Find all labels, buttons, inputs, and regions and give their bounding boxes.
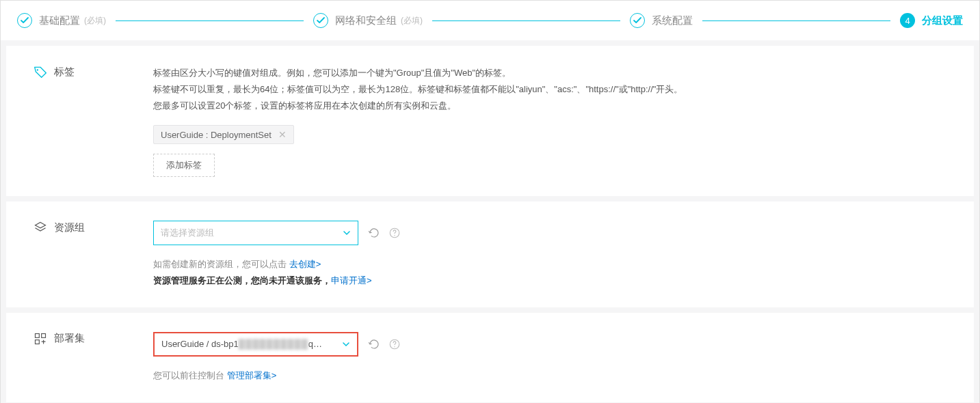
check-icon [313,13,328,28]
resource-group-hint: 如需创建新的资源组，您可以点击 去创建> 资源管理服务正在公测，您尚未开通该服务… [153,256,946,288]
step-number: 4 [905,16,910,26]
step-label: 基础配置 [39,14,80,27]
step-number-icon: 4 [900,13,915,28]
step-label: 系统配置 [652,14,693,27]
tags-content: 标签由区分大小写的键值对组成。例如，您可以添加一个键为"Group"且值为"We… [153,65,946,177]
tag-icon [34,65,47,79]
section-title: 部署集 [54,332,85,345]
deployment-set-section: 部署集 UserGuide / ds-bp1██████████q… [6,313,974,402]
svg-point-2 [394,235,395,236]
refresh-icon[interactable] [368,227,380,239]
create-resource-group-link[interactable]: 去创建> [289,259,321,269]
svg-rect-4 [42,333,46,337]
step-group-settings[interactable]: 4 分组设置 [900,13,963,28]
tags-description: 标签由区分大小写的键值对组成。例如，您可以添加一个键为"Group"且值为"We… [153,65,946,114]
section-label: 资源组 [34,221,153,234]
svg-rect-3 [36,333,40,337]
tag-chip: UserGuide : DeploymentSet ✕ [153,125,294,144]
step-connector [432,20,620,21]
page-container: 基础配置 (必填) 网络和安全组 (必填) 系统配置 4 分组设置 [0,0,980,403]
select-placeholder: 请选择资源组 [161,227,214,239]
step-label: 网络和安全组 [335,14,397,27]
deployment-icon [34,332,47,346]
check-icon [17,13,32,28]
close-icon[interactable]: ✕ [278,129,287,140]
svg-rect-5 [36,340,40,344]
step-label: 分组设置 [922,14,963,27]
chevron-down-icon [343,229,351,237]
step-system-config[interactable]: 系统配置 [630,13,693,28]
wizard-stepper: 基础配置 (必填) 网络和安全组 (必填) 系统配置 4 分组设置 [1,1,979,40]
section-label: 标签 [34,65,153,79]
step-network-security[interactable]: 网络和安全组 (必填) [313,13,423,28]
tags-section: 标签 标签由区分大小写的键值对组成。例如，您可以添加一个键为"Group"且值为… [6,46,974,196]
section-title: 资源组 [54,221,85,234]
step-sublabel: (必填) [84,15,106,27]
tag-chip-text: UserGuide : DeploymentSet [161,130,272,140]
add-tag-button[interactable]: 添加标签 [153,154,215,177]
resource-group-section: 资源组 请选择资源组 [6,202,974,307]
manage-deployment-set-link[interactable]: 管理部署集> [227,370,277,380]
resource-group-content: 请选择资源组 如需创建新的资源组，您可以点击 去创建> 资源管理服务 [153,221,946,288]
section-label: 部署集 [34,332,153,346]
svg-point-7 [394,346,395,347]
step-connector [702,20,890,21]
check-icon [630,13,645,28]
step-basic-config[interactable]: 基础配置 (必填) [17,13,106,28]
step-sublabel: (必填) [401,15,423,27]
layers-icon [34,221,47,234]
section-title: 标签 [54,66,75,79]
help-icon[interactable] [388,338,401,350]
help-icon[interactable] [388,227,401,239]
deployment-set-select[interactable]: UserGuide / ds-bp1██████████q… [153,332,358,357]
deployment-set-hint: 您可以前往控制台 管理部署集> [153,367,946,383]
apply-activation-link[interactable]: 申请开通> [331,275,372,286]
step-connector [116,20,304,21]
chevron-down-icon [342,340,350,348]
refresh-icon[interactable] [368,338,380,350]
svg-point-0 [37,69,38,70]
resource-group-select[interactable]: 请选择资源组 [153,221,358,245]
deployment-set-content: UserGuide / ds-bp1██████████q… [153,332,946,383]
select-value: UserGuide / ds-bp1██████████q… [161,339,322,349]
